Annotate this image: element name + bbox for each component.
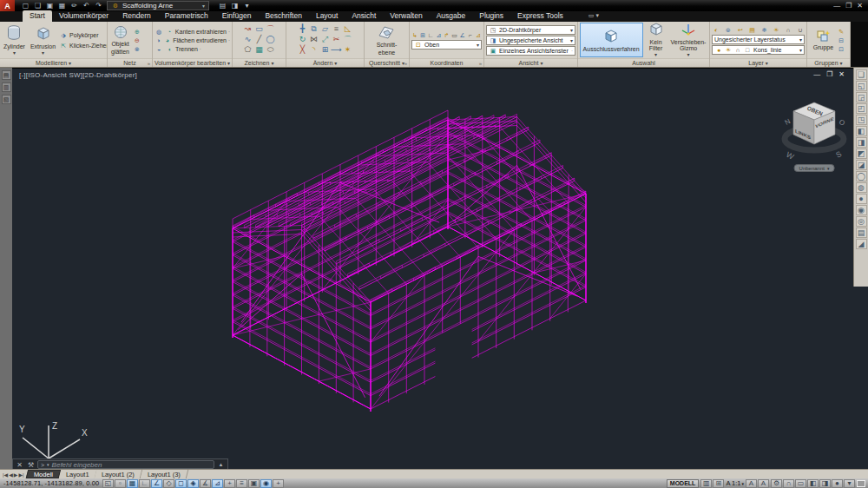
panel-label-zeichnen[interactable]: Zeichnen▾ — [233, 58, 286, 67]
quick-view-layouts-icon[interactable]: ▥ — [700, 479, 712, 488]
panel-label-volumenkoerper-bearbeiten[interactable]: Volumenkörper bearbeiten▾ — [153, 58, 232, 67]
polykoerper-button[interactable]: ⬗ Polykörper — [59, 31, 107, 39]
move-icon[interactable]: ╋ — [298, 24, 308, 34]
tab-ausgabe[interactable]: Ausgabe — [430, 10, 473, 22]
viewport-config-dropdown[interactable]: ▣ Einzelnes Ansichtsfenster · — [486, 46, 575, 56]
annotation-visibility-icon[interactable]: A — [746, 479, 757, 488]
ucs-z-axis-icon[interactable]: ⊿ — [435, 31, 442, 39]
view-bottom-icon[interactable]: ◲ — [856, 92, 867, 102]
cycling-toggle[interactable]: ◉ — [260, 479, 272, 488]
tab-parametrisch[interactable]: Parametrisch — [158, 10, 215, 22]
view-front-icon[interactable]: ◧ — [856, 126, 867, 136]
layout-tab-layout1-3-[interactable]: Layout1 (3) — [141, 470, 188, 478]
panel-label-koordinaten[interactable]: Koordinaten» — [410, 58, 483, 67]
trim-icon[interactable]: ✂ — [332, 35, 342, 44]
offset-icon[interactable]: ≡ — [332, 24, 342, 34]
stretch-icon[interactable]: ▱ — [320, 24, 331, 34]
qat-undo-icon[interactable]: ↶ — [81, 1, 92, 10]
annotation-autoscale-icon[interactable]: A — [758, 479, 769, 488]
osnap3d-toggle[interactable]: ◈ — [187, 479, 199, 488]
otrack-toggle[interactable]: ∡ — [200, 479, 211, 488]
panel-label-aendern[interactable]: Ändern▾ — [286, 58, 364, 67]
view-se-iso-icon[interactable]: ◪ — [856, 160, 867, 170]
ucs-named-icon[interactable]: ⊿ — [475, 31, 482, 39]
ortho-toggle[interactable]: ∟ — [139, 479, 150, 488]
qat-save-icon[interactable]: ▣ — [44, 1, 56, 10]
tab-rendern[interactable]: Rendern — [115, 10, 158, 22]
tab-express-tools[interactable]: Express Tools — [510, 10, 570, 22]
layout-tab-layout1[interactable]: Layout1 — [58, 470, 96, 478]
smooth-refine-icon[interactable]: ⊗ — [133, 45, 141, 53]
copy-icon[interactable]: ⧉ — [309, 24, 319, 34]
zylinder-button[interactable]: Zylinder ▾ — [2, 24, 27, 56]
ucs-view-icon[interactable]: ↱ — [443, 31, 450, 39]
view-top-icon[interactable]: ◱ — [856, 81, 867, 91]
circle-icon[interactable]: ◯ — [266, 35, 276, 44]
command-input[interactable]: > ▾ Befehl eingeben — [37, 460, 214, 469]
annot-monitor-toggle[interactable]: + — [273, 479, 284, 488]
qat-new-icon[interactable]: ▢ — [20, 1, 31, 10]
ellipse-icon[interactable]: ⬭ — [266, 45, 276, 55]
render-region-icon[interactable]: ▤ — [856, 228, 867, 238]
smooth-less-icon[interactable]: ⊖ — [133, 36, 141, 44]
layer-off-icon[interactable]: ☀ — [772, 26, 780, 34]
workspace-selector[interactable]: ⚙ Scaffolding Arne ▾ — [107, 1, 209, 10]
rectangle-icon[interactable]: ▭ — [254, 24, 265, 34]
viewport-controls-label[interactable]: [-][ISO-Ansicht SW][2D-Drahtkörper] — [19, 71, 137, 79]
tool-palettes-icon[interactable]: ▤ — [2, 70, 11, 80]
layer-dropdown[interactable]: ●☀∩□ Kons_linie ▾ — [712, 45, 805, 55]
qat-sheetset-icon[interactable]: ▤ — [217, 1, 228, 10]
tab-verwalten[interactable]: Verwalten — [383, 10, 429, 22]
named-ucs-dropdown[interactable]: ⊡ Oben ▾ — [411, 40, 482, 49]
command-line[interactable]: ✕ ⚒ > ▾ Befehl eingeben ▲ — [12, 458, 228, 469]
arc-icon[interactable]: ⌒ — [266, 24, 276, 34]
view-sw-iso-icon[interactable]: ◩ — [856, 148, 867, 159]
infer-constraints-toggle[interactable]: ◱ — [102, 479, 114, 488]
view-back-icon[interactable]: ◨ — [856, 137, 867, 148]
view-left-icon[interactable]: ◰ — [856, 103, 867, 114]
vs-conceptual-icon[interactable]: ◉ — [856, 205, 867, 215]
trennen-button[interactable]: ◒ ◖ Trennen · — [155, 45, 230, 53]
group-edit-icon[interactable]: ✎ — [837, 28, 845, 36]
tab-layout[interactable]: Layout — [309, 10, 345, 22]
layer-freeze-icon[interactable]: ❄ — [760, 26, 768, 34]
close-button[interactable]: ✕ — [857, 2, 863, 10]
schnittebene-button[interactable]: Schnitt- ebene — [375, 24, 399, 56]
scale-icon[interactable]: ⤢ — [320, 35, 331, 44]
vs-realistic-icon[interactable]: ● — [856, 194, 867, 204]
status-menu-caret-icon[interactable]: ▾ — [844, 479, 855, 488]
command-customize-icon[interactable]: ⚒ — [26, 461, 36, 469]
ucs-world-icon[interactable]: ⊞ — [419, 31, 426, 39]
flaechen-extrudieren-button[interactable]: ◑ ◕ Flächen extrudieren · — [155, 36, 230, 44]
status-bulb-icon[interactable]: ● — [832, 479, 843, 488]
fillet-icon[interactable]: ◝ — [309, 45, 319, 55]
restore-button[interactable]: ❐ — [845, 2, 852, 10]
snap-toggle[interactable]: ▫ — [115, 479, 126, 488]
vs-wireframe-icon[interactable]: ◯ — [856, 171, 867, 181]
hatch-icon[interactable]: ▦ — [254, 45, 265, 55]
viewcube[interactable]: N O W S OBEN LINKS VORNE Unbenannt ▾ — [779, 90, 849, 174]
layer-match-icon[interactable]: ⊜ — [724, 26, 733, 34]
kanten-extrahieren-button[interactable]: ◍ ◔ Kanten extrahieren · — [155, 28, 230, 36]
first-tab-button[interactable]: |◀ — [3, 472, 8, 478]
extend-icon[interactable]: ⟶ — [332, 45, 342, 55]
workspace-switch-icon[interactable]: ⚙ — [771, 479, 782, 488]
command-history-button[interactable]: ▲ — [216, 462, 226, 467]
qat-saveas-icon[interactable]: ▦ — [56, 1, 68, 10]
isodraft-toggle[interactable]: ◇ — [163, 479, 174, 488]
drawing-minimize-button[interactable]: — — [813, 70, 820, 78]
lineweight-toggle[interactable]: ≡ — [236, 479, 247, 488]
clean-screen-button[interactable] — [857, 480, 865, 487]
isolate-objects-icon[interactable]: ◧ — [807, 479, 819, 488]
transparency-toggle[interactable]: ▣ — [248, 479, 260, 488]
drawing-close-button[interactable]: ✕ — [838, 70, 845, 78]
view-dropdown[interactable]: ◨ Ungespeicherte Ansicht ▾ — [486, 36, 575, 45]
next-tab-button[interactable]: ▶ — [14, 472, 18, 478]
ucs-previous-icon[interactable]: ⌐ — [467, 31, 474, 39]
tab-einfügen[interactable]: Einfügen — [215, 10, 259, 22]
command-close-icon[interactable]: ✕ — [15, 461, 24, 469]
qat-overflow-caret-icon[interactable]: ▾ — [241, 1, 253, 10]
model-space-button[interactable]: MODELL — [667, 479, 700, 488]
ducs-toggle[interactable]: ⊿ — [212, 479, 223, 488]
application-menu-button[interactable]: A — [0, 0, 15, 11]
